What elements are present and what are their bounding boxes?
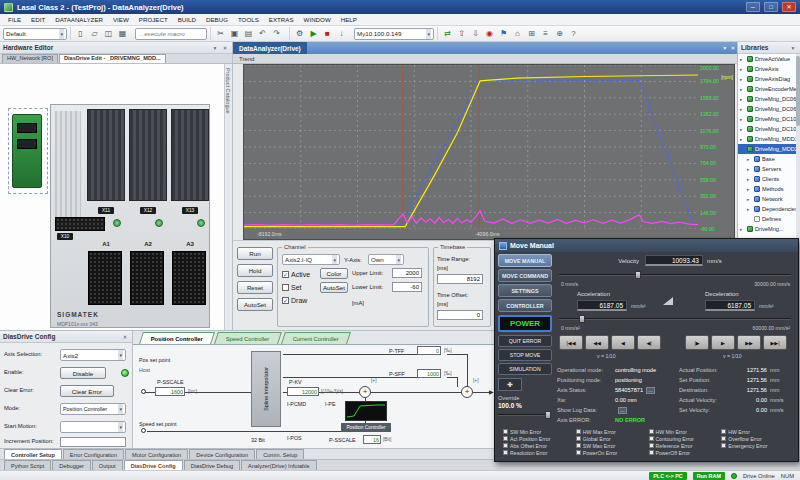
p-tff-input[interactable] (417, 346, 441, 355)
tab-diasdrive-config[interactable]: DiasDrive Config (124, 460, 183, 470)
profile-combo[interactable]: Default ▾ (3, 28, 67, 40)
scrollbar-thumb[interactable] (796, 56, 800, 126)
jog-left-0[interactable]: |◀◀ (559, 335, 583, 350)
save-icon[interactable]: ◫ (102, 27, 115, 40)
time-range-input[interactable] (437, 274, 483, 284)
error-checkbox[interactable] (576, 429, 581, 434)
nav-controller[interactable]: CONTROLLER (498, 299, 552, 312)
close-icon[interactable]: ✕ (729, 45, 737, 51)
menu-extras[interactable]: EXTRAS (265, 15, 298, 24)
jog-right-2[interactable]: ▶▶ (737, 335, 761, 350)
error-checkbox[interactable] (721, 436, 726, 441)
jog-left-3[interactable]: ◀| (637, 335, 661, 350)
hold-button[interactable]: Hold (237, 264, 273, 277)
tab-motor-configuration[interactable]: Motor Configuration (125, 449, 188, 459)
simulation-button[interactable]: SIMULATION (498, 363, 552, 375)
autoset-button[interactable]: AutoSet (237, 298, 273, 311)
home-icon[interactable]: ⌂ (511, 27, 524, 40)
upper-limit-input[interactable] (392, 268, 422, 278)
minimize-button[interactable]: ─ (746, 2, 760, 12)
menu-debug[interactable]: DEBUG (202, 15, 232, 24)
error-checkbox[interactable] (649, 429, 654, 434)
library-item-servers[interactable]: ▸Servers (738, 164, 796, 174)
hardware-canvas[interactable]: X11 X12 X13 X10 A1 A2 A3 SIGMATEK MDP101… (0, 64, 224, 330)
color-button[interactable]: Color (320, 268, 348, 279)
tab-comm-setup[interactable]: Comm. Setup (256, 449, 304, 459)
new-file-icon[interactable]: ▯ (74, 27, 87, 40)
tab-diasdrive-debug[interactable]: DiasDrive Debug (184, 460, 240, 470)
step-icon[interactable]: ↓ (335, 27, 348, 40)
macro-input[interactable] (135, 28, 207, 40)
run-button[interactable]: Run (237, 247, 273, 260)
redo-icon[interactable]: ↷ (270, 27, 283, 40)
error-checkbox[interactable] (576, 450, 581, 455)
status-detail-button[interactable]: … (646, 387, 655, 394)
checkbox-active[interactable]: ✓Active (282, 268, 318, 281)
nav-settings[interactable]: SETTINGS (498, 284, 552, 297)
library-item-clients[interactable]: ▸Clients (738, 174, 796, 184)
position-controller-block[interactable]: Position Controller (341, 423, 391, 432)
copy-icon[interactable]: ▣ (228, 27, 241, 40)
disable-button[interactable]: Disable (60, 367, 106, 379)
pin-icon[interactable]: ▾ (211, 45, 219, 51)
deceleration-field[interactable]: 6187.05 (705, 300, 755, 311)
error-checkbox[interactable] (721, 429, 726, 434)
error-checkbox[interactable] (576, 443, 581, 448)
menu-window[interactable]: WINDOW (300, 15, 335, 24)
close-icon[interactable]: ✕ (221, 45, 229, 51)
move-manual-dialog[interactable]: Move Manual MOVE MANUALMOVE COMMANDSETTI… (494, 238, 799, 462)
trend-chart[interactable]: 2000.001794.001588.001382.001176.00970.0… (243, 64, 735, 240)
close-button[interactable]: ✕ (782, 2, 796, 12)
help-icon[interactable]: ? (567, 27, 580, 40)
library-item-driveencodermemory[interactable]: ▸DriveEncoderMemory (738, 84, 796, 94)
analyzer-tab[interactable]: DataAnalyzer(Drive) (233, 42, 307, 54)
menu-view[interactable]: VIEW (109, 15, 133, 24)
error-checkbox[interactable] (503, 443, 508, 448)
library-item-drivemng-dc061[interactable]: ▸DriveMng_DC061 (738, 94, 796, 104)
library-item-drivemng-mdd2000[interactable]: ▾DriveMng_MDD2000 (738, 144, 796, 154)
library-item-methods[interactable]: ▸Methods (738, 184, 796, 194)
tab-device-configuration[interactable]: Device Configuration (189, 449, 255, 459)
tab-controller-setup[interactable]: Controller Setup (4, 449, 62, 459)
tab-hw-network[interactable]: HW_Network [RO] (2, 54, 58, 63)
dialog-title-bar[interactable]: Move Manual (495, 239, 798, 252)
menu-project[interactable]: PROJECT (135, 15, 172, 24)
error-checkbox[interactable] (576, 436, 581, 441)
jog-right-0[interactable]: |▶ (685, 335, 709, 350)
library-item-drivemng[interactable]: ▸DriveMng... (738, 224, 796, 234)
library-item-drivemng-mdd100[interactable]: ▸DriveMng_MDD100 (738, 134, 796, 144)
library-item-drivemng-dc101[interactable]: ▸DriveMng_DC101 (738, 114, 796, 124)
menu-help[interactable]: HELP (337, 15, 361, 24)
list-icon[interactable]: ≡ (539, 27, 552, 40)
stop-move-button[interactable]: STOP MOVE (498, 349, 552, 361)
increment-position-input[interactable] (60, 437, 126, 447)
nav-move-manual[interactable]: MOVE MANUAL (498, 254, 552, 267)
drive-unit[interactable]: X11 X12 X13 X10 A1 A2 A3 SIGMATEK MDP101… (50, 104, 210, 328)
p-kv-input[interactable] (287, 387, 319, 396)
p-sff-input[interactable] (417, 369, 441, 378)
paste-icon[interactable]: ▤ (242, 27, 255, 40)
stop-icon[interactable]: ■ (321, 27, 334, 40)
axis-selection-combo[interactable]: Axis2 ▾ (60, 349, 126, 361)
grid-icon[interactable]: ⊞ (525, 27, 538, 40)
product-catalogue-strip[interactable]: Product Catalogue (224, 64, 232, 330)
channel-combo[interactable]: Axis2.I-IQ ▾ (282, 254, 340, 265)
jog-left-2[interactable]: ◀ (611, 335, 635, 350)
error-checkbox[interactable] (721, 443, 726, 448)
autoset-channel-button[interactable]: AutoSet (320, 282, 348, 293)
pin-icon[interactable]: ▾ (721, 45, 729, 51)
tab-python-script[interactable]: Python Script (4, 460, 51, 470)
spline-interpolator-block[interactable]: Spline Interpolator (251, 351, 281, 427)
library-item-drivemng-dc062[interactable]: ▸DriveMng_DC062 (738, 104, 796, 114)
error-checkbox[interactable] (503, 429, 508, 434)
bookmark-icon[interactable]: ⚑ (497, 27, 510, 40)
acceleration-field[interactable]: 6187.05 (577, 300, 627, 311)
p-sscale-in-input[interactable] (155, 387, 185, 396)
compile-icon[interactable]: ⚙ (293, 27, 306, 40)
tab-position-controller[interactable]: Position Controller (139, 332, 215, 344)
time-offset-input[interactable] (437, 310, 483, 320)
error-checkbox[interactable] (649, 450, 654, 455)
velocity-slider[interactable] (559, 270, 791, 279)
tab-error-configuration[interactable]: Error Configuration (63, 449, 124, 459)
close-icon[interactable]: ✕ (121, 334, 129, 340)
